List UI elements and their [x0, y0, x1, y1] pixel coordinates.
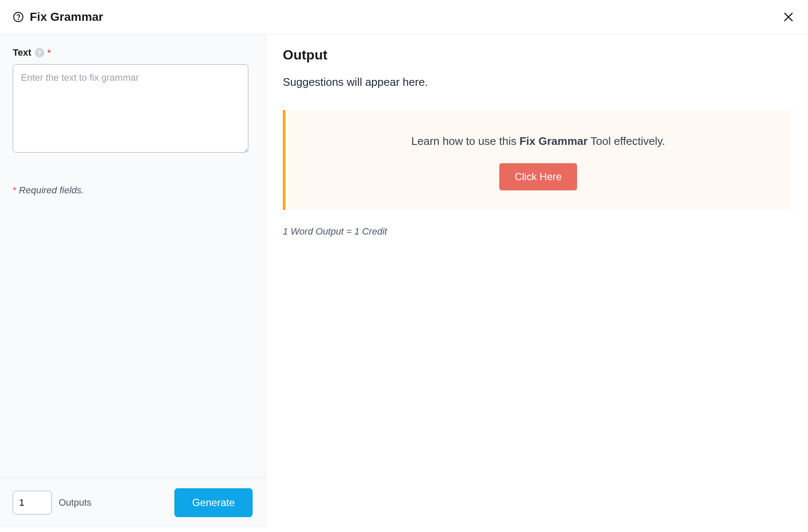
outputs-label: Outputs: [59, 497, 91, 508]
right-panel: Output Suggestions will appear here. Lea…: [266, 34, 808, 527]
text-field-label: Text: [13, 47, 31, 58]
required-fields-text: Required fields.: [19, 185, 84, 195]
help-circle-icon[interactable]: [13, 11, 24, 23]
required-asterisk-icon: *: [48, 48, 51, 58]
output-title: Output: [283, 47, 791, 63]
click-here-button[interactable]: Click Here: [499, 163, 577, 190]
callout-text: Learn how to use this Fix Grammar Tool e…: [298, 135, 778, 148]
callout-bold: Fix Grammar: [519, 135, 587, 147]
text-input[interactable]: [13, 64, 248, 153]
close-icon[interactable]: [782, 10, 795, 24]
required-fields-note: *Required fields.: [13, 185, 253, 196]
page-title: Fix Grammar: [30, 10, 103, 24]
left-footer: Outputs Generate: [0, 478, 265, 527]
question-mark-icon[interactable]: ?: [35, 48, 44, 57]
header-left: Fix Grammar: [13, 10, 103, 24]
outputs-group: Outputs: [13, 491, 91, 515]
callout-suffix: Tool effectively.: [588, 135, 665, 147]
main-content: Text ? * *Required fields. Outputs Gener…: [0, 34, 808, 527]
left-panel: Text ? * *Required fields. Outputs Gener…: [0, 34, 266, 527]
header: Fix Grammar: [0, 0, 808, 34]
svg-point-1: [18, 19, 18, 20]
suggestions-placeholder-text: Suggestions will appear here.: [283, 76, 791, 89]
outputs-count-input[interactable]: [13, 491, 52, 515]
generate-button[interactable]: Generate: [174, 488, 253, 517]
callout-prefix: Learn how to use this: [411, 135, 519, 147]
text-field-label-row: Text ? *: [13, 47, 253, 58]
learn-callout: Learn how to use this Fix Grammar Tool e…: [283, 110, 791, 210]
left-content: Text ? * *Required fields.: [0, 34, 265, 209]
credit-note: 1 Word Output = 1 Credit: [283, 226, 791, 237]
required-asterisk-icon: *: [13, 185, 17, 195]
